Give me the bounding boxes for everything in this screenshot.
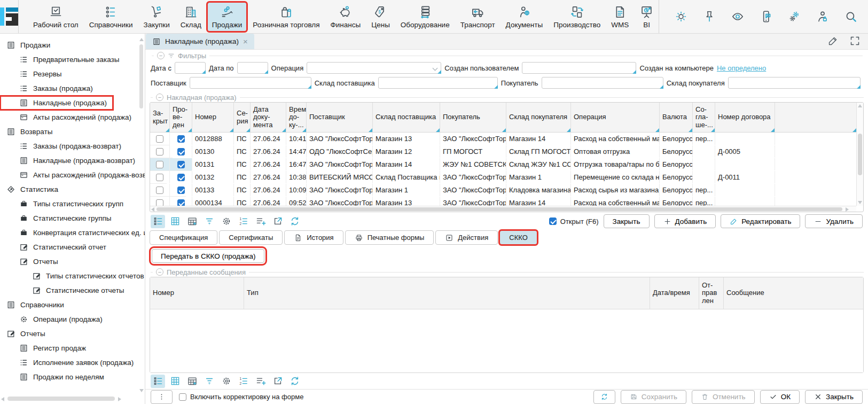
rows-view-icon[interactable]	[151, 215, 165, 228]
table-row[interactable]: 00130 ПС 27.06.24 14:47 ОДО "ЛюксСофтСер…	[150, 145, 173, 158]
nav-equipment[interactable]: Оборудование	[396, 2, 455, 32]
column-header[interactable]: Про- ве- ден	[170, 103, 192, 132]
closed-checkbox[interactable]	[156, 135, 163, 143]
sidebar-stat-reports-group[interactable]: Отчеты	[0, 254, 145, 269]
reload-icon[interactable]	[287, 215, 302, 228]
sidebar-stat-groups[interactable]: Статистические группы	[0, 211, 145, 226]
filter-tool-icon[interactable]	[202, 375, 216, 388]
posted-checkbox[interactable]	[177, 161, 185, 168]
grid-view-icon[interactable]	[168, 375, 182, 388]
column-header[interactable]: Сообщение	[724, 277, 863, 309]
sidebar-preorders[interactable]: Предварительные заказы	[0, 52, 145, 67]
nav-references[interactable]: Справочники	[84, 2, 138, 32]
scroll-up-arrow[interactable]	[858, 104, 862, 107]
column-header[interactable]: От- прав лен	[699, 277, 724, 309]
created-on-link[interactable]: Не определено	[717, 64, 766, 72]
column-header[interactable]: Дата доку- мента	[251, 103, 286, 132]
customer-input[interactable]	[542, 77, 663, 89]
edit-button[interactable]: Редактировать	[721, 214, 800, 228]
sidebar-reports[interactable]: Отчеты	[0, 327, 145, 341]
tab-certificates[interactable]: Сертификаты	[219, 230, 283, 245]
posted-checkbox[interactable]	[177, 199, 185, 207]
sidebar-references[interactable]: Справочники	[0, 298, 145, 312]
sidebar-stat-group-types[interactable]: Типы статистических групп	[0, 197, 145, 211]
nav-prices[interactable]: Цены	[366, 2, 395, 32]
column-header[interactable]: Покупатель	[440, 103, 506, 132]
search-icon[interactable]	[844, 10, 858, 24]
operation-select[interactable]	[307, 62, 441, 74]
column-header[interactable]: Номер	[150, 277, 244, 309]
scroll-left-arrow[interactable]	[151, 207, 154, 212]
scroll-thumb[interactable]	[858, 134, 862, 175]
table-vertical-scrollbar[interactable]	[856, 103, 863, 206]
scroll-down-arrow[interactable]	[858, 201, 862, 204]
column-header[interactable]: Дата/время	[650, 277, 699, 309]
closed-checkbox[interactable]	[156, 161, 163, 168]
sidebar-statistics[interactable]: Статистика	[0, 182, 145, 197]
table-row[interactable]: 00133 ПС 27.06.24 10:09 ЗАО "ЛюксСофтТор…	[150, 184, 186, 197]
ok-button[interactable]: ОК	[760, 390, 800, 404]
table-horizontal-scrollbar[interactable]	[150, 206, 856, 212]
tab-print-forms[interactable]: Печатные формы	[345, 230, 434, 245]
scroll-thumb[interactable]	[139, 44, 143, 108]
sidebar-orders-sale[interactable]: Заказы (продажа)	[0, 81, 145, 96]
date-from-input[interactable]	[175, 62, 206, 74]
column-header[interactable]: Номер договора	[715, 103, 775, 132]
brightness-icon[interactable]	[674, 10, 688, 24]
nav-desktop[interactable]: Рабочий стол	[28, 2, 83, 32]
column-header[interactable]: Номер	[192, 103, 234, 132]
table-row[interactable]: 00132 ПС 27.06.24 10:38 ВИТЕБСКИЙ МЯСОМ.…	[150, 171, 167, 184]
posted-checkbox[interactable]	[177, 135, 185, 143]
collapse-messages-button[interactable]: −	[156, 268, 163, 276]
nav-finance[interactable]: Финансы	[326, 2, 366, 32]
posted-checkbox[interactable]	[177, 148, 185, 156]
closed-checkbox[interactable]	[156, 187, 163, 194]
scroll-left-arrow[interactable]	[1, 397, 4, 401]
created-by-input[interactable]	[522, 62, 636, 74]
eye-icon[interactable]	[731, 10, 745, 24]
settings-tool-icon[interactable]	[219, 215, 233, 228]
nav-transport[interactable]: Транспорт	[456, 2, 500, 32]
column-header[interactable]: Со- гла- ше-...	[693, 103, 715, 132]
close-form-button[interactable]: Закрыть	[805, 390, 863, 404]
collapse-filters-button[interactable]: −	[157, 52, 165, 59]
save-button[interactable]: Сохранить	[621, 390, 686, 404]
sidebar-sales[interactable]: Продажи	[0, 38, 145, 52]
filter-tool-icon[interactable]	[202, 215, 216, 228]
column-header[interactable]: Врем до- ку-...	[286, 103, 307, 132]
settings-tool-icon[interactable]	[219, 375, 233, 388]
scroll-down-arrow[interactable]	[139, 389, 144, 392]
supplier-stock-input[interactable]	[378, 77, 498, 89]
supplier-input[interactable]	[190, 77, 311, 89]
scroll-thumb[interactable]	[7, 397, 115, 401]
scroll-thumb[interactable]	[157, 207, 842, 211]
sidebar-sales-register[interactable]: Регистр продаж	[0, 341, 145, 355]
posted-checkbox[interactable]	[177, 187, 185, 194]
add-list-icon[interactable]	[253, 375, 268, 388]
sidebar-vertical-scrollbar[interactable]	[139, 38, 144, 392]
scroll-right-arrow[interactable]	[846, 207, 849, 212]
numbered-list-icon[interactable]	[236, 375, 251, 388]
closed-checkbox[interactable]	[156, 148, 163, 156]
transfer-to-ssko-button[interactable]: Передать в СККО (продажа)	[152, 249, 264, 263]
column-header[interactable]: Склад покупателя	[506, 103, 571, 132]
scroll-right-arrow[interactable]	[118, 397, 121, 401]
profile-lock-icon[interactable]	[816, 10, 830, 24]
grid-view-icon[interactable]	[168, 215, 182, 228]
column-header[interactable]: Се- рия	[234, 103, 251, 132]
tab-invoices-sale[interactable]: Накладные (продажа) ×	[146, 34, 254, 49]
column-header[interactable]: Склад поставщика	[373, 103, 440, 132]
checkbox[interactable]	[549, 217, 557, 225]
add-button[interactable]: Добавить	[654, 214, 716, 228]
delete-button[interactable]: Удалить	[805, 214, 863, 228]
sidebar-orders-fulfillment[interactable]: Исполнение заявок (продажа)	[0, 355, 145, 370]
collapse-invoices-button[interactable]: −	[156, 94, 163, 101]
column-header[interactable]: Поставщик	[307, 103, 373, 132]
column-header[interactable]: За- крыт	[150, 103, 170, 132]
closed-checkbox[interactable]	[156, 174, 163, 181]
edit-form-icon[interactable]	[827, 35, 839, 46]
table-row[interactable]: 0012888 ПС 27.06.24 10:41 ЗАО "ЛюксСофтТ…	[150, 133, 170, 145]
calendar-view-icon[interactable]	[185, 215, 199, 228]
sidebar-horizontal-scrollbar[interactable]	[2, 397, 136, 401]
customer-stock-input[interactable]	[728, 77, 861, 89]
